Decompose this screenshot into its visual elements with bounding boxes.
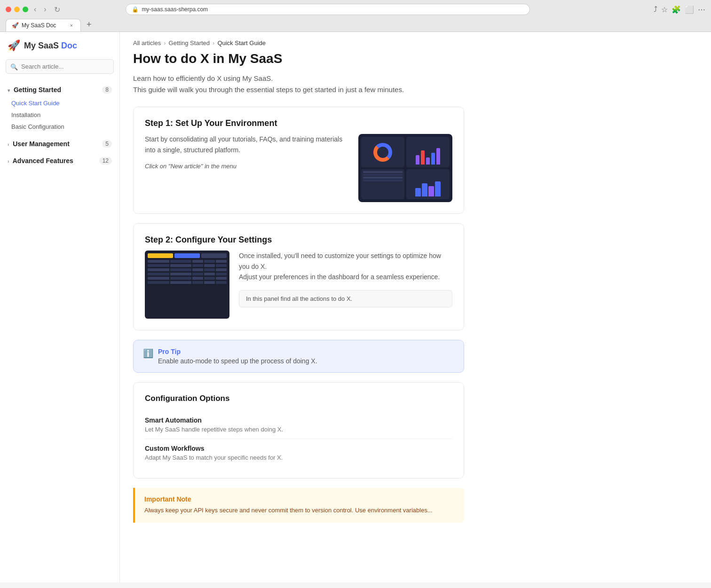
minimize-window-button[interactable]: [14, 7, 20, 12]
new-tab-button[interactable]: +: [83, 18, 95, 31]
nav-section-user-management-badge: 5: [102, 140, 112, 148]
search-icon: 🔍: [10, 63, 18, 70]
sidebar-icon[interactable]: ⬜: [685, 5, 694, 14]
sidebar: 🚀 My SaaS Doc 🔍 ▾ Getting Started 8 Quic…: [0, 32, 120, 582]
maximize-window-button[interactable]: [23, 7, 28, 12]
nav-section-user-management-header[interactable]: › User Management 5: [0, 137, 119, 150]
nav-item-quick-start-guide[interactable]: Quick Start Guide: [0, 97, 119, 109]
step2-desc-line1: Once installed, you'll need to customize…: [239, 252, 441, 270]
step1-title: Step 1: Set Up Your Environment: [145, 118, 452, 128]
menu-icon[interactable]: ⋯: [698, 5, 705, 14]
active-tab[interactable]: 🚀 My SaaS Doc ×: [6, 19, 81, 31]
nav-section-advanced-features-label: Advanced Features: [13, 157, 73, 165]
bookmark-icon[interactable]: ☆: [661, 5, 668, 14]
step2-desc-line2: Adjust your preferences in the dashboard…: [239, 273, 440, 281]
config-card: Configuration Options Smart Automation L…: [133, 382, 464, 478]
breadcrumb-getting-started[interactable]: Getting Started: [169, 39, 210, 47]
important-text: Always keep your API keys secure and nev…: [144, 506, 455, 515]
breadcrumb-separator-2: ›: [213, 39, 214, 47]
article-intro-line2: This guide will walk you through the ess…: [133, 86, 404, 94]
url-text: my-saas.saas-sherpa.com: [142, 6, 208, 13]
nav-section-advanced-features-header[interactable]: › Advanced Features 12: [0, 154, 119, 167]
step2-desc: Once installed, you'll need to customize…: [239, 251, 452, 282]
nav-item-basic-configuration[interactable]: Basic Configuration: [0, 121, 119, 133]
step1-screenshot: [358, 134, 452, 202]
titlebar: ‹ › ↻ 🔒 my-saas.saas-sherpa.com ⤴ ☆ 🧩 ⬜ …: [6, 4, 705, 15]
nav-section-getting-started-badge: 8: [102, 86, 112, 94]
step2-screenshot: [145, 251, 229, 319]
search-box: 🔍: [6, 59, 114, 74]
nav-section-getting-started: ▾ Getting Started 8 Quick Start Guide In…: [0, 81, 119, 135]
nav-section-user-management: › User Management 5: [0, 135, 119, 152]
pro-tip-text: Enable auto-mode to speed up the process…: [158, 357, 317, 365]
logo-text-normal: My SaaS: [24, 41, 59, 50]
step1-inner: Start by consolidating all your tutorial…: [145, 134, 452, 202]
chevron-right-icon-2: ›: [8, 159, 9, 164]
nav-section-advanced-features-badge: 12: [99, 157, 112, 165]
config-item-2: Custom Workflows Adapt My SaaS to match …: [145, 439, 452, 467]
info-icon: ℹ️: [143, 348, 153, 359]
tab-bar: 🚀 My SaaS Doc × +: [6, 18, 705, 31]
back-button[interactable]: ‹: [32, 4, 38, 15]
nav-section-getting-started-header[interactable]: ▾ Getting Started 8: [0, 83, 119, 96]
browser-chrome: ‹ › ↻ 🔒 my-saas.saas-sherpa.com ⤴ ☆ 🧩 ⬜ …: [0, 0, 711, 32]
nav-section-advanced-features: › Advanced Features 12: [0, 152, 119, 169]
forward-button[interactable]: ›: [42, 4, 48, 15]
step2-title: Step 2: Configure Your Settings: [145, 235, 452, 245]
step2-text: Once installed, you'll need to customize…: [239, 251, 452, 307]
pro-tip-label: Pro Tip: [158, 348, 317, 355]
nav-item-installation[interactable]: Installation: [0, 109, 119, 121]
config-item-1-desc: Let My SaaS handle repetitive steps when…: [145, 426, 452, 433]
breadcrumb-separator-1: ›: [164, 39, 166, 47]
extensions-icon[interactable]: 🧩: [672, 5, 681, 14]
logo-text: My SaaS Doc: [24, 41, 77, 51]
config-item-2-desc: Adapt My SaaS to match your specific nee…: [145, 454, 452, 461]
breadcrumb-current: Quick Start Guide: [217, 39, 266, 47]
article-intro: Learn how to efficiently do X using My S…: [133, 73, 464, 95]
pro-tip-content: Pro Tip Enable auto-mode to speed up the…: [158, 348, 317, 365]
tab-favicon: 🚀: [12, 22, 19, 29]
config-item-1-title: Smart Automation: [145, 416, 452, 424]
step2-callout-text: In this panel find all the actions to do…: [246, 295, 352, 302]
logo-icon: 🚀: [8, 39, 20, 52]
article-title: How to do X in My SaaS: [133, 50, 464, 67]
nav-sub-items-getting-started: Quick Start Guide Installation Basic Con…: [0, 96, 119, 133]
config-item-2-title: Custom Workflows: [145, 445, 452, 452]
lock-icon: 🔒: [132, 6, 139, 13]
chevron-right-icon: ›: [8, 142, 9, 147]
logo-text-accent: Doc: [59, 41, 77, 50]
traffic-lights: [6, 7, 28, 12]
step1-card: Step 1: Set Up Your Environment Start by…: [133, 107, 464, 214]
article-intro-line1: Learn how to efficiently do X using My S…: [133, 74, 273, 82]
app-container: 🚀 My SaaS Doc 🔍 ▾ Getting Started 8 Quic…: [0, 32, 711, 582]
step1-text: Start by consolidating all your tutorial…: [145, 134, 349, 170]
share-icon[interactable]: ⤴: [654, 5, 657, 14]
step1-action: Click on "New article" in the menu: [145, 163, 349, 170]
breadcrumb: All articles › Getting Started › Quick S…: [120, 32, 711, 50]
config-title: Configuration Options: [145, 394, 452, 403]
important-note-card: Important Note Always keep your API keys…: [133, 488, 464, 523]
search-input[interactable]: [6, 59, 114, 74]
reload-button[interactable]: ↻: [52, 4, 62, 15]
step1-desc: Start by consolidating all your tutorial…: [145, 134, 349, 155]
step2-callout: In this panel find all the actions to do…: [239, 290, 452, 307]
address-bar[interactable]: 🔒 my-saas.saas-sherpa.com: [126, 4, 529, 15]
nav-section-user-management-label: User Management: [13, 140, 70, 148]
article-body: How to do X in My SaaS Learn how to effi…: [120, 50, 477, 551]
nav-section-getting-started-label: Getting Started: [14, 86, 61, 94]
main-content: All articles › Getting Started › Quick S…: [120, 32, 711, 582]
browser-toolbar-icons: ⤴ ☆ 🧩 ⬜ ⋯: [654, 5, 705, 14]
important-label: Important Note: [144, 495, 455, 503]
logo: 🚀 My SaaS Doc: [0, 39, 119, 59]
pro-tip-card: ℹ️ Pro Tip Enable auto-mode to speed up …: [133, 340, 464, 373]
close-window-button[interactable]: [6, 7, 11, 12]
step2-card: Step 2: Configure Your Settings: [133, 223, 464, 330]
chevron-down-icon: ▾: [8, 88, 10, 93]
breadcrumb-all-articles[interactable]: All articles: [133, 39, 161, 47]
tab-title: My SaaS Doc: [22, 22, 56, 29]
config-item-1: Smart Automation Let My SaaS handle repe…: [145, 411, 452, 439]
tab-close-button[interactable]: ×: [68, 22, 75, 29]
step2-inner: Once installed, you'll need to customize…: [145, 251, 452, 319]
